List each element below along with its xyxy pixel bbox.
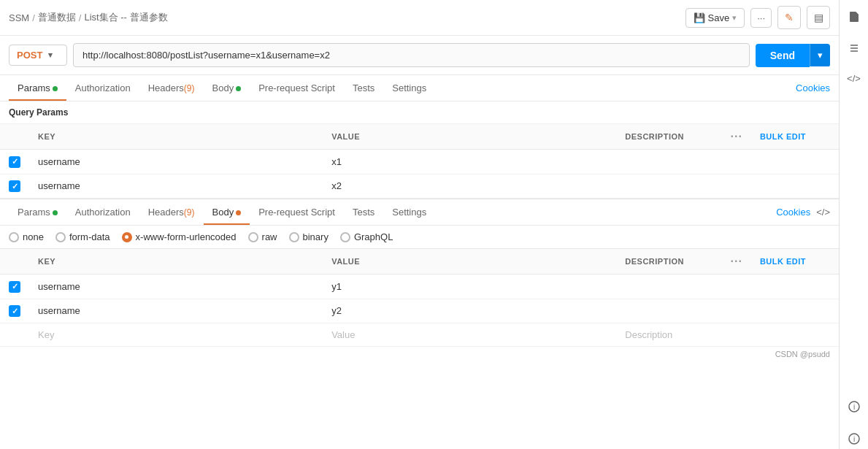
sidebar-info-icon-2[interactable]: i bbox=[844, 429, 864, 449]
query-params-table: KEY VALUE DESCRIPTION ··· Bulk Edit user… bbox=[0, 124, 839, 199]
tab-prerequest-top[interactable]: Pre-request Script bbox=[250, 75, 344, 101]
col-bulk-top[interactable]: Bulk Edit bbox=[751, 124, 839, 150]
svg-text:i: i bbox=[853, 435, 855, 443]
svg-text:i: i bbox=[853, 403, 855, 411]
col-key-top: KEY bbox=[29, 124, 323, 150]
method-select[interactable]: POST ▾ bbox=[9, 45, 67, 66]
desc-cell-1-body[interactable] bbox=[616, 275, 721, 299]
sidebar-info-icon-1[interactable]: i bbox=[844, 396, 864, 417]
top-bar: SSM / 普通数据 / List集合 -- 普通参数 💾 Save ▾ ···… bbox=[0, 0, 839, 36]
col-dots-top: ··· bbox=[722, 124, 751, 150]
body-type-graphql[interactable]: GraphQL bbox=[340, 231, 393, 242]
code-icon-bottom[interactable]: </> bbox=[816, 207, 830, 218]
body-dot-top bbox=[236, 86, 241, 91]
edit-button[interactable]: ✎ bbox=[777, 6, 801, 29]
value-placeholder[interactable]: Value bbox=[323, 323, 616, 347]
tab-authorization-top[interactable]: Authorization bbox=[66, 75, 139, 101]
body-params-table: KEY VALUE DESCRIPTION ··· Bulk Edit user… bbox=[0, 249, 839, 347]
tab-settings-top[interactable]: Settings bbox=[383, 75, 435, 101]
tab-params-bottom[interactable]: Params bbox=[9, 199, 66, 225]
tab-tests-bottom[interactable]: Tests bbox=[344, 199, 383, 225]
sidebar-doc-icon[interactable] bbox=[844, 6, 864, 26]
col-value-body: VALUE bbox=[323, 249, 616, 275]
more-options-button[interactable]: ··· bbox=[750, 8, 772, 28]
table-row: username x1 bbox=[0, 150, 839, 174]
key-placeholder[interactable]: Key bbox=[29, 323, 323, 347]
save-button[interactable]: 💾 Save ▾ bbox=[685, 8, 745, 28]
edit-icon: ✎ bbox=[785, 12, 794, 23]
tab-tests-top[interactable]: Tests bbox=[344, 75, 383, 101]
col-check-top bbox=[0, 124, 29, 150]
tab-headers-top[interactable]: Headers(9) bbox=[139, 75, 204, 101]
params-dot bbox=[53, 86, 58, 91]
col-check-body bbox=[0, 249, 29, 275]
desc-cell-2-body[interactable] bbox=[616, 299, 721, 323]
tab-params-top[interactable]: Params bbox=[9, 75, 66, 101]
desc-cell-2-top[interactable] bbox=[616, 174, 721, 199]
sidebar-code-icon[interactable]: </> bbox=[844, 70, 864, 87]
desc-placeholder[interactable]: Description bbox=[616, 323, 721, 347]
radio-form-data bbox=[55, 232, 66, 242]
breadcrumb-data: 普通数据 bbox=[38, 11, 76, 24]
query-params-header: Query Params bbox=[0, 101, 839, 124]
value-cell-1-body[interactable]: y1 bbox=[323, 275, 616, 299]
radio-graphql bbox=[340, 232, 350, 242]
breadcrumb-page: List集合 -- 普通参数 bbox=[84, 11, 167, 24]
cookies-link-bottom[interactable]: Cookies bbox=[776, 199, 810, 225]
table-row: username y1 bbox=[0, 275, 839, 299]
value-cell-2-top[interactable]: x2 bbox=[323, 174, 616, 199]
radio-urlencoded bbox=[122, 232, 132, 242]
col-key-body: KEY bbox=[29, 249, 323, 275]
checkbox-2-body[interactable] bbox=[9, 305, 20, 317]
top-bar-actions: 💾 Save ▾ ··· ✎ ▤ bbox=[685, 6, 830, 29]
value-cell-2-body[interactable]: y2 bbox=[323, 299, 616, 323]
body-type-raw[interactable]: raw bbox=[248, 231, 277, 242]
comment-button[interactable]: ▤ bbox=[807, 6, 830, 29]
tab-headers-bottom[interactable]: Headers(9) bbox=[139, 199, 204, 225]
table-row-placeholder: Key Value Description bbox=[0, 323, 839, 347]
key-cell-2-body[interactable]: username bbox=[29, 299, 323, 323]
send-main-button[interactable]: Send bbox=[756, 44, 810, 67]
send-dropdown-button[interactable]: ▾ bbox=[810, 44, 830, 66]
body-type-form-data[interactable]: form-data bbox=[55, 231, 110, 242]
table-row: username y2 bbox=[0, 299, 839, 323]
cookies-link-top[interactable]: Cookies bbox=[796, 75, 830, 101]
value-cell-1-top[interactable]: x1 bbox=[323, 150, 616, 174]
col-desc-body: DESCRIPTION bbox=[616, 249, 721, 275]
method-label: POST bbox=[17, 50, 42, 61]
right-sidebar: </> i i bbox=[839, 0, 868, 449]
send-button-group: Send ▾ bbox=[756, 44, 830, 67]
tab-body-top[interactable]: Body bbox=[204, 75, 250, 101]
body-type-binary[interactable]: binary bbox=[289, 231, 329, 242]
radio-binary bbox=[289, 232, 299, 242]
desc-cell-1-top[interactable] bbox=[616, 150, 721, 174]
checkbox-1-body[interactable] bbox=[9, 281, 20, 293]
tab-prerequest-bottom[interactable]: Pre-request Script bbox=[250, 199, 344, 225]
body-type-urlencoded[interactable]: x-www-form-urlencoded bbox=[122, 231, 237, 242]
col-dots-body: ··· bbox=[722, 249, 751, 275]
checkbox-1-top[interactable] bbox=[9, 156, 20, 168]
key-cell-1-body[interactable]: username bbox=[29, 275, 323, 299]
sidebar-list-icon[interactable] bbox=[844, 38, 864, 58]
body-dot-bottom bbox=[236, 210, 241, 215]
radio-raw bbox=[248, 232, 258, 242]
key-cell-2-top[interactable]: username bbox=[29, 174, 323, 199]
credit: CSDN @psudd bbox=[0, 347, 839, 361]
top-tab-bar: Params Authorization Headers(9) Body Pre… bbox=[0, 75, 839, 101]
col-bulk-body[interactable]: Bulk Edit bbox=[751, 249, 839, 275]
radio-none bbox=[9, 232, 19, 242]
url-input[interactable] bbox=[73, 43, 750, 67]
body-type-none[interactable]: none bbox=[9, 231, 44, 242]
bottom-tab-bar: Params Authorization Headers(9) Body Pre… bbox=[0, 199, 839, 226]
params-dot-bottom bbox=[53, 210, 58, 215]
tab-settings-bottom[interactable]: Settings bbox=[383, 199, 435, 225]
checkbox-2-top[interactable] bbox=[9, 180, 20, 192]
send-arrow-icon: ▾ bbox=[818, 50, 823, 61]
tab-authorization-bottom[interactable]: Authorization bbox=[66, 199, 139, 225]
col-value-top: VALUE bbox=[323, 124, 616, 150]
key-cell-1-top[interactable]: username bbox=[29, 150, 323, 174]
method-chevron-icon: ▾ bbox=[48, 50, 53, 60]
table-row: username x2 bbox=[0, 174, 839, 199]
request-bar: POST ▾ Send ▾ bbox=[0, 36, 839, 75]
tab-body-bottom[interactable]: Body bbox=[204, 199, 250, 225]
